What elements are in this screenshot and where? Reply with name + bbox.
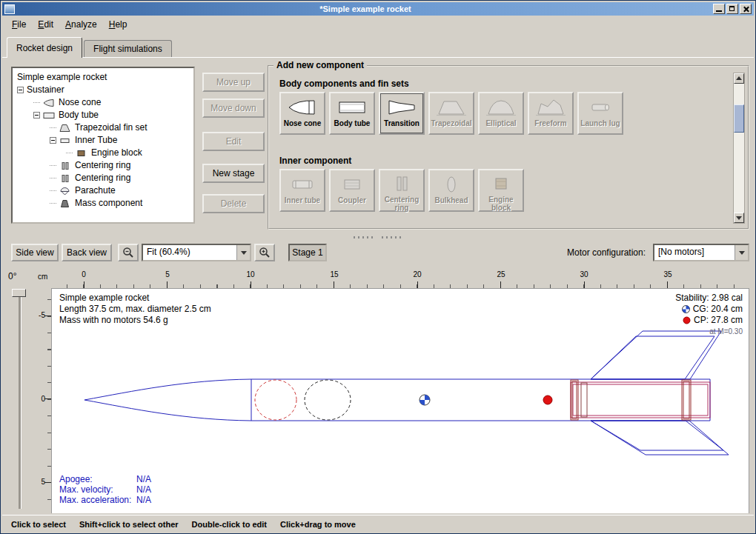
motor-configuration-select[interactable]: [No motors] [653, 244, 749, 261]
tab-rocket-design[interactable]: Rocket design [7, 37, 82, 58]
cg-legend-icon [682, 305, 690, 313]
centering-ring-icon [59, 161, 72, 170]
tree-item-centering-ring-2[interactable]: Centering ring [14, 172, 192, 184]
add-body-tube-button[interactable]: Body tube [329, 92, 375, 135]
tree-item-parachute[interactable]: Parachute [14, 184, 192, 197]
menu-help[interactable]: Help [104, 17, 133, 32]
inner-tube-icon [59, 136, 72, 145]
add-freeform-fin-button: Freeform [528, 92, 574, 135]
zoom-select[interactable]: Fit (60.4%) [142, 244, 251, 261]
bulkhead-icon [437, 174, 466, 194]
section-inner-components: Inner component [279, 156, 351, 166]
close-button[interactable] [740, 4, 752, 14]
tab-flight-simulations[interactable]: Flight simulations [84, 40, 172, 57]
tree-item-inner-tube[interactable]: Inner Tube [14, 134, 192, 147]
tree-connector [50, 203, 56, 204]
zoom-in-button[interactable] [254, 244, 275, 261]
window-title: *Simple example rocket [18, 2, 713, 16]
rocket-mass: Mass with no motors 54.6 g [59, 315, 211, 326]
ruler-label: -5 [35, 311, 45, 319]
rocket-outline [84, 379, 710, 421]
cp-legend-icon [683, 316, 691, 324]
inner-tube-icon [288, 174, 317, 194]
menu-file[interactable]: File [7, 17, 31, 32]
add-centering-ring-button: Centering ring [379, 169, 425, 212]
rocket-canvas[interactable]: Simple example rocket Length 37.5 cm, ma… [51, 288, 749, 515]
panel-splitter[interactable] [2, 233, 754, 241]
rocket-info: Simple example rocket Length 37.5 cm, ma… [59, 293, 211, 326]
maximize-button[interactable] [726, 4, 738, 14]
chevron-down-icon[interactable] [236, 245, 250, 260]
menu-analyze[interactable]: Analyze [60, 17, 102, 32]
scroll-down-icon[interactable] [734, 213, 744, 223]
chevron-down-icon[interactable] [735, 245, 748, 260]
menu-edit[interactable]: Edit [33, 17, 59, 32]
view-toolbar: Side view Back view Fit (60.4%) Stage 1 … [2, 241, 754, 264]
add-nose-cone-button[interactable]: Nose cone [279, 92, 325, 135]
cg-value: CG: 20.4 cm [693, 304, 743, 315]
back-view-button[interactable]: Back view [62, 244, 112, 261]
delete-button: Delete [202, 194, 265, 213]
tree-item-centering-ring-1[interactable]: Centering ring [14, 159, 192, 172]
inner-component-buttons: Inner tube Coupler Centering ring Bulkhe… [279, 169, 524, 212]
transition-icon [387, 97, 417, 117]
menu-bar: File Edit Analyze Help [2, 16, 754, 33]
horizontal-ruler: 0 5 10 15 20 25 30 35 [51, 269, 749, 288]
minimize-button[interactable] [713, 4, 725, 14]
tree-item-rocket[interactable]: Simple example rocket [14, 71, 192, 84]
tree-item-fin-set[interactable]: Trapezoidal fin set [14, 121, 192, 134]
zoom-in-icon [259, 247, 271, 258]
add-inner-tube-button: Inner tube [279, 169, 325, 212]
tree-item-body-tube[interactable]: Body tube [14, 109, 192, 121]
nose-cone-icon [43, 98, 56, 107]
minimize-icon [716, 10, 722, 12]
rocket-name: Simple example rocket [59, 293, 211, 304]
component-panel-scrollbar[interactable] [733, 73, 745, 224]
flight-stats: Apogee: N/A Max. velocity: N/A Max. acce… [59, 474, 151, 505]
zoom-out-button[interactable] [118, 244, 139, 261]
launch-lug-icon [586, 97, 615, 117]
zoom-out-icon [122, 247, 134, 258]
collapse-toggle-icon[interactable] [33, 112, 40, 119]
max-acceleration-value: N/A [136, 495, 151, 505]
maximize-icon [729, 6, 735, 11]
side-view-button[interactable]: Side view [11, 244, 59, 261]
ruler-label: 30 [575, 270, 593, 278]
collapse-toggle-icon[interactable] [50, 137, 56, 144]
hint-move: Click+drag to move [280, 520, 356, 529]
new-stage-button[interactable]: New stage [202, 164, 265, 183]
rocket-view-area: 0° cm 0 5 10 15 20 25 30 35 -5 0 5 [2, 264, 754, 515]
tree-connector [50, 127, 56, 129]
tree-item-sustainer[interactable]: Sustainer [14, 84, 192, 96]
tree-item-nose-cone[interactable]: Nose cone [14, 96, 192, 109]
window-controls [713, 4, 752, 14]
body-tube-icon [43, 110, 56, 120]
scroll-up-icon[interactable] [734, 73, 744, 84]
apogee-label: Apogee: [59, 474, 136, 484]
elliptical-fin-icon [486, 97, 516, 117]
add-transition-button[interactable]: Transition [379, 92, 425, 135]
add-launch-lug-button: Launch lug [577, 92, 623, 135]
component-tree: Simple example rocket Sustainer Nose con… [11, 67, 195, 224]
rotation-slider-track[interactable] [19, 294, 21, 509]
add-elliptical-fin-button: Elliptical [478, 92, 524, 135]
mass-component-icon [59, 198, 72, 208]
centering-ring-icon [59, 173, 72, 183]
hint-select-other: Shift+click to select other [79, 520, 179, 529]
stability-value: Stability: 2.98 cal [675, 293, 743, 304]
nose-cone-icon [288, 97, 317, 117]
rotation-slider-handle[interactable] [12, 289, 26, 297]
window-menu-icon[interactable] [4, 4, 15, 14]
group-title: Add new component [273, 60, 367, 70]
max-acceleration-label: Max. acceleration: [59, 495, 136, 505]
tree-item-mass-component[interactable]: Mass component [14, 197, 192, 210]
cp-marker-icon [543, 396, 552, 404]
max-velocity-label: Max. velocity: [59, 484, 136, 495]
scrollbar-thumb[interactable] [734, 104, 744, 133]
tree-item-engine-block[interactable]: Engine block [14, 147, 192, 159]
stage-1-toggle[interactable]: Stage 1 [288, 244, 327, 261]
motor-mount [571, 380, 710, 420]
max-velocity-value: N/A [136, 484, 151, 495]
collapse-toggle-icon[interactable] [17, 87, 24, 93]
cp-value: CP: 27.8 cm [694, 315, 743, 326]
